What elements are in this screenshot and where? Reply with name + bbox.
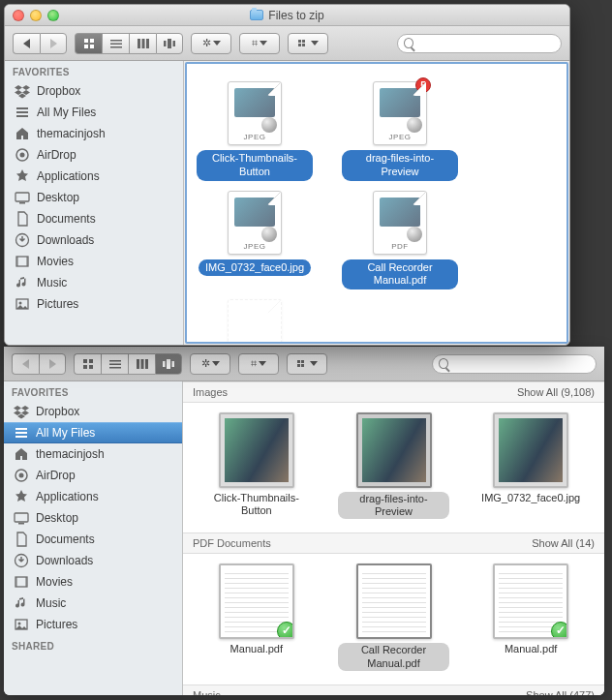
- sidebar-item-applications[interactable]: Applications: [5, 166, 183, 187]
- icon-view-button[interactable]: [74, 353, 101, 375]
- list-view-button[interactable]: [101, 353, 128, 375]
- back-button[interactable]: [13, 33, 40, 54]
- sidebar-item-airdrop[interactable]: AirDrop: [5, 144, 183, 166]
- file-item[interactable]: JPEG5drag-files-into-Preview: [342, 81, 458, 181]
- svg-rect-1: [89, 359, 93, 363]
- svg-rect-3: [89, 365, 93, 369]
- minimize-button[interactable]: [30, 10, 42, 21]
- sidebar-item-label: Movies: [36, 575, 73, 589]
- show-all-link[interactable]: Show All (14): [532, 537, 595, 549]
- action-menu[interactable]: ✲: [191, 33, 231, 54]
- coverflow-view-button[interactable]: [156, 33, 183, 54]
- pictures-icon: [14, 617, 29, 632]
- file-item[interactable]: Manual.pdf: [197, 299, 313, 344]
- file-item[interactable]: IMG_0732_face0.jpg: [474, 412, 587, 504]
- svg-rect-6: [109, 367, 121, 369]
- sidebar-item-documents[interactable]: Documents: [4, 529, 182, 550]
- search-icon: [439, 358, 448, 369]
- file-thumbnail: [493, 563, 568, 639]
- search-input[interactable]: [417, 38, 555, 49]
- sidebar-item-pictures[interactable]: Pictures: [4, 614, 182, 635]
- svg-rect-11: [167, 359, 170, 369]
- file-item[interactable]: Manual.pdf: [200, 563, 313, 655]
- zoom-button[interactable]: [47, 10, 59, 21]
- dropbox-icon: ⌗: [251, 357, 257, 370]
- dropbox-menu[interactable]: ⌗: [239, 33, 280, 54]
- sidebar-item-desktop[interactable]: Desktop: [5, 187, 183, 208]
- coverflow-view-button[interactable]: [155, 353, 182, 375]
- arrange-menu[interactable]: [287, 353, 327, 375]
- sidebar-item-allmyfiles[interactable]: All My Files: [5, 102, 183, 123]
- toolbar: ✲ ⌗: [4, 347, 604, 381]
- show-all-link[interactable]: Show All (9,108): [517, 386, 595, 398]
- sidebar-item-label: Downloads: [36, 554, 93, 567]
- downloads-icon: [14, 553, 29, 568]
- checkmark-icon: [277, 622, 294, 639]
- search-field[interactable]: [397, 34, 562, 53]
- sidebar-item-pictures[interactable]: Pictures: [5, 293, 183, 315]
- file-item[interactable]: drag-files-into-Preview: [338, 412, 450, 519]
- sidebar-item-home[interactable]: themacinjosh: [4, 443, 182, 465]
- svg-rect-47: [16, 107, 28, 109]
- svg-rect-7: [137, 359, 139, 369]
- svg-point-21: [19, 473, 24, 478]
- sidebar-item-movies[interactable]: Movies: [4, 571, 182, 593]
- forward-button[interactable]: [39, 353, 66, 375]
- svg-rect-4: [109, 360, 121, 362]
- allmyfiles-icon: [15, 105, 30, 120]
- svg-rect-30: [84, 39, 88, 43]
- file-item[interactable]: Manual.pdf: [474, 563, 587, 655]
- close-button[interactable]: [13, 10, 24, 21]
- show-all-link[interactable]: Show All (477): [526, 689, 595, 695]
- sidebar-item-dropbox[interactable]: Dropbox: [4, 401, 182, 422]
- search-icon: [404, 38, 413, 48]
- svg-rect-56: [16, 257, 18, 266]
- svg-rect-38: [141, 39, 144, 48]
- file-label: drag-files-into-Preview: [342, 150, 458, 181]
- file-item[interactable]: Click-Thumbnails-Button: [200, 412, 313, 517]
- column-view-button[interactable]: [128, 353, 155, 375]
- movies-icon: [14, 574, 29, 590]
- sidebar-item-downloads[interactable]: Downloads: [4, 550, 182, 571]
- sidebar-item-airdrop[interactable]: AirDrop: [4, 465, 182, 486]
- titlebar[interactable]: Files to zip: [5, 5, 569, 26]
- sidebar-item-music[interactable]: Music: [5, 272, 183, 293]
- sidebar-item-desktop[interactable]: Desktop: [4, 507, 182, 529]
- column-view-button[interactable]: [129, 33, 156, 54]
- svg-rect-26: [15, 577, 17, 587]
- arrange-menu[interactable]: [288, 33, 328, 54]
- sidebar-item-home[interactable]: themacinjosh: [5, 123, 183, 144]
- list-view-button[interactable]: [102, 33, 129, 54]
- sidebar-item-label: Pictures: [37, 297, 78, 311]
- file-item[interactable]: JPEGIMG_0732_face0.jpg: [197, 191, 313, 290]
- back-button[interactable]: [12, 353, 39, 375]
- action-menu[interactable]: ✲: [190, 353, 230, 375]
- pictures-icon: [15, 296, 30, 312]
- dropbox-icon: [14, 404, 29, 419]
- file-item[interactable]: PDFCall Recorder Manual.pdf: [342, 191, 458, 290]
- file-type-label: PDF: [374, 242, 426, 251]
- icon-view-button[interactable]: [75, 33, 102, 54]
- documents-icon: [14, 532, 29, 547]
- file-label: IMG_0732_face0.jpg: [481, 492, 580, 504]
- sidebar-item-music[interactable]: Music: [4, 593, 182, 614]
- svg-rect-19: [15, 436, 27, 438]
- sidebar-item-movies[interactable]: Movies: [5, 251, 183, 272]
- svg-rect-0: [83, 359, 87, 363]
- search-input[interactable]: [452, 358, 590, 370]
- search-field[interactable]: [432, 354, 597, 374]
- sidebar-item-dropbox[interactable]: Dropbox: [5, 80, 183, 102]
- sidebar-item-downloads[interactable]: Downloads: [5, 229, 183, 251]
- quicklook-icon: [261, 227, 277, 242]
- file-item[interactable]: JPEGClick-Thumbnails-Button: [197, 81, 313, 181]
- file-thumbnail: [356, 563, 432, 639]
- dropbox-menu[interactable]: ⌗: [238, 353, 279, 375]
- sidebar-item-applications[interactable]: Applications: [4, 486, 182, 507]
- content-area[interactable]: JPEGClick-Thumbnails-ButtonJPEG5drag-fil…: [185, 62, 568, 344]
- file-item[interactable]: Call Recorder Manual.pdf: [338, 563, 450, 670]
- desktop-icon: [14, 510, 29, 526]
- sidebar-item-documents[interactable]: Documents: [5, 208, 183, 229]
- sidebar-item-label: AirDrop: [36, 469, 76, 482]
- forward-button[interactable]: [40, 33, 67, 54]
- sidebar-item-allmyfiles[interactable]: All My Files: [4, 422, 182, 443]
